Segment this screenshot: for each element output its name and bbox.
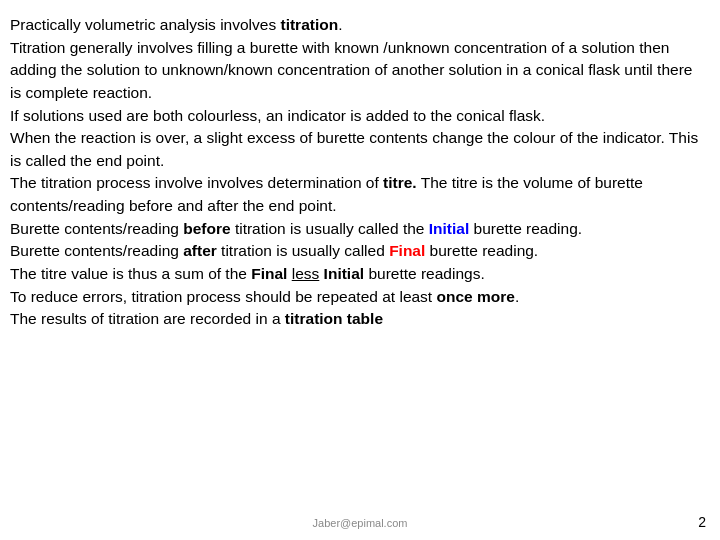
initial-blue: Initial xyxy=(429,220,469,237)
final-bold: Final xyxy=(251,265,287,282)
titre-bold: titre. xyxy=(383,174,417,191)
titration-table-bold: titration table xyxy=(285,310,383,327)
para1-text: Practically volumetric analysis involves xyxy=(10,16,280,33)
para8-end: burette readings. xyxy=(364,265,485,282)
para6-end: burette reading. xyxy=(469,220,582,237)
once-more-bold: once more xyxy=(437,288,515,305)
para7-mid: titration is usually called xyxy=(217,242,389,259)
para8-start: The titre value is thus a sum of the xyxy=(10,265,251,282)
para6-mid: titration is usually called the xyxy=(231,220,429,237)
initial-bold: Initial xyxy=(324,265,364,282)
less-underline: less xyxy=(292,265,320,282)
para10-start: The results of titration are recorded in… xyxy=(10,310,285,327)
para5-start: The titration process involve involves d… xyxy=(10,174,383,191)
main-content: Practically volumetric analysis involves… xyxy=(10,14,702,331)
para9-start: To reduce errors, titration process shou… xyxy=(10,288,437,305)
para9-end: . xyxy=(515,288,519,305)
para6-start: Burette contents/reading xyxy=(10,220,183,237)
para1-end: . xyxy=(338,16,342,33)
final-red: Final xyxy=(389,242,425,259)
watermark: Jaber@epimal.com xyxy=(313,516,408,532)
para4-text: When the reaction is over, a slight exce… xyxy=(10,129,698,169)
para7-start: Burette contents/reading xyxy=(10,242,183,259)
para7-end: burette reading. xyxy=(425,242,538,259)
page-container: Practically volumetric analysis involves… xyxy=(0,0,720,540)
para3-text: If solutions used are both colourless, a… xyxy=(10,107,545,124)
titration-bold: titration xyxy=(280,16,338,33)
before-bold: before xyxy=(183,220,230,237)
page-number: 2 xyxy=(698,512,706,532)
after-bold: after xyxy=(183,242,217,259)
para2-text: Titration generally involves filling a b… xyxy=(10,39,692,101)
